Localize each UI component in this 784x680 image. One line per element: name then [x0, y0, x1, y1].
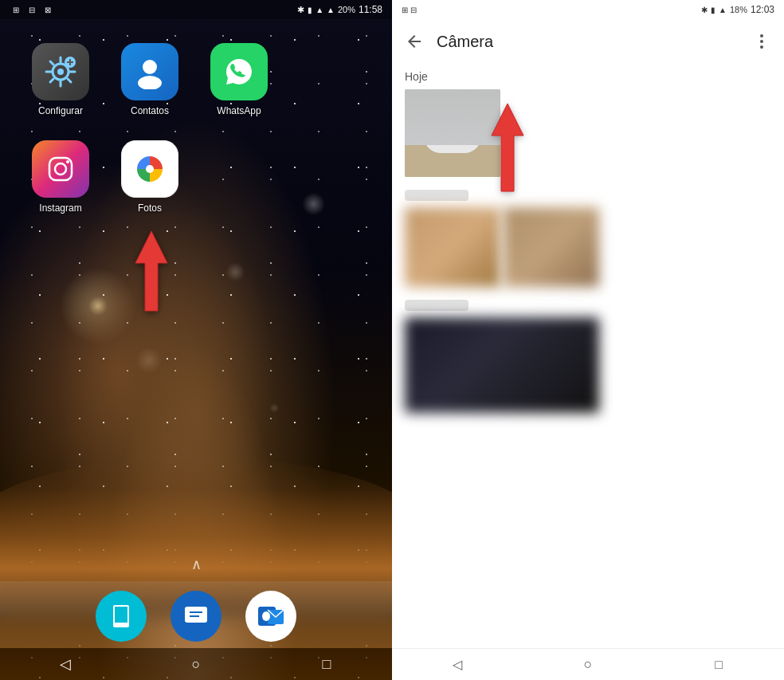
contatos-icon: [121, 43, 178, 100]
instagram-label: Instagram: [39, 202, 81, 214]
right-signal-icon: ▲: [719, 6, 727, 14]
section-hoje: Hoje: [405, 70, 771, 83]
dock-messages[interactable]: [171, 591, 221, 642]
svg-marker-21: [135, 231, 167, 311]
app-dock: [0, 581, 392, 648]
right-battery-percent: 18%: [730, 5, 747, 14]
app-whatsapp[interactable]: WhatsApp: [210, 43, 268, 116]
svg-point-19: [146, 165, 154, 173]
svg-point-30: [760, 40, 763, 43]
app-contatos[interactable]: Contatos: [121, 43, 178, 116]
fotos-icon: [121, 140, 178, 198]
right-battery-icon: ▮: [711, 6, 715, 14]
more-options-button[interactable]: [746, 26, 778, 57]
photo-scroll-area[interactable]: Hoje: [392, 64, 784, 648]
svg-point-39: [435, 116, 438, 119]
svg-line-7: [68, 79, 71, 82]
app-row-2: Instagram Fotos: [32, 140, 360, 214]
svg-marker-41: [492, 104, 523, 191]
right-status-left: ⊞ ⊟: [402, 6, 417, 14]
svg-point-14: [138, 76, 162, 89]
bluetooth-icon: ✱: [297, 5, 304, 15]
svg-point-13: [143, 60, 157, 74]
battery-percent: 20%: [338, 5, 355, 14]
home-nav-btn[interactable]: ○: [180, 648, 212, 680]
right-bluetooth-icon: ✱: [701, 6, 708, 14]
blurred-photo-row-1: [405, 207, 771, 287]
red-arrow-photo: [456, 88, 559, 210]
blurred-photo-row-2: [405, 317, 771, 413]
whatsapp-label: WhatsApp: [217, 105, 261, 116]
svg-point-28: [262, 611, 270, 621]
signal-icon: ▲: [316, 6, 323, 14]
chevron-up-icon: ∧: [191, 556, 202, 573]
app-icon-small-3: ⊠: [41, 3, 54, 16]
instagram-icon: [32, 140, 89, 198]
right-home-nav[interactable]: ○: [572, 649, 604, 681]
whatsapp-icon: [210, 43, 268, 100]
svg-line-6: [50, 61, 53, 65]
fotos-label: Fotos: [138, 202, 162, 214]
svg-point-17: [55, 163, 66, 175]
svg-point-31: [760, 45, 763, 49]
svg-point-22: [120, 623, 123, 626]
recents-nav-btn[interactable]: □: [311, 648, 343, 680]
svg-line-9: [50, 79, 53, 82]
configurar-label: Configurar: [38, 105, 83, 116]
svg-point-18: [66, 160, 69, 163]
status-right-icons: ✱ ▮ ▲ ▲ 20% 11:58: [297, 4, 382, 15]
toolbar-title: Câmera: [437, 33, 739, 51]
back-nav-btn[interactable]: ◁: [49, 648, 81, 680]
right-nav-bar: ◁ ○ □: [392, 648, 784, 680]
right-back-nav[interactable]: ◁: [441, 649, 473, 681]
right-time: 12:03: [751, 4, 774, 15]
right-toolbar: Câmera: [392, 19, 784, 64]
app-icon-small-2: ⊟: [25, 3, 38, 16]
blurred-photo-1[interactable]: [405, 207, 500, 287]
right-recents-nav[interactable]: □: [703, 649, 735, 681]
battery-icon: ▮: [308, 6, 312, 14]
svg-point-29: [760, 34, 763, 37]
app-grid: Configurar Contatos: [0, 19, 392, 230]
back-button[interactable]: [398, 26, 430, 57]
svg-point-1: [57, 69, 64, 75]
right-phone-panel: ⊞ ⊟ ✱ ▮ ▲ 18% 12:03 Câmera Hoje: [392, 0, 784, 680]
svg-rect-36: [438, 141, 446, 153]
blurred-photo-3[interactable]: [405, 317, 599, 413]
svg-point-35: [429, 107, 441, 123]
app-row-1: Configurar Contatos: [32, 43, 360, 116]
left-phone-panel: ⊞ ⊟ ⊠ ✱ ▮ ▲ ▲ 20% 11:58: [0, 0, 392, 680]
right-app-icons: ⊞ ⊟: [402, 6, 417, 14]
contatos-label: Contatos: [131, 105, 169, 116]
dock-phone[interactable]: [96, 591, 147, 642]
wifi-icon: ▲: [327, 6, 335, 14]
status-left-icons: ⊞ ⊟ ⊠: [10, 3, 54, 16]
red-arrow-fotos: [104, 215, 199, 330]
app-instagram[interactable]: Instagram: [32, 140, 89, 214]
app-fotos[interactable]: Fotos: [121, 140, 178, 214]
left-status-bar: ⊞ ⊟ ⊠ ✱ ▮ ▲ ▲ 20% 11:58: [0, 0, 392, 19]
time-left: 11:58: [359, 4, 382, 15]
svg-rect-23: [185, 607, 207, 623]
blurred-section-label-2: [405, 300, 468, 311]
home-indicator: ∧: [0, 548, 392, 581]
app-configurar[interactable]: Configurar: [32, 43, 89, 116]
app-icon-small-1: ⊞: [10, 3, 22, 16]
right-status-right: ✱ ▮ ▲ 18% 12:03: [701, 4, 774, 15]
left-nav-bar: ◁ ○ □: [0, 648, 392, 680]
right-status-bar: ⊞ ⊟ ✱ ▮ ▲ 18% 12:03: [392, 0, 784, 19]
dock-outlook[interactable]: [245, 591, 296, 642]
configurar-icon: [32, 43, 89, 100]
blurred-photo-2[interactable]: [504, 207, 599, 287]
svg-text:12: 12: [409, 92, 425, 108]
svg-point-34: [426, 108, 455, 132]
